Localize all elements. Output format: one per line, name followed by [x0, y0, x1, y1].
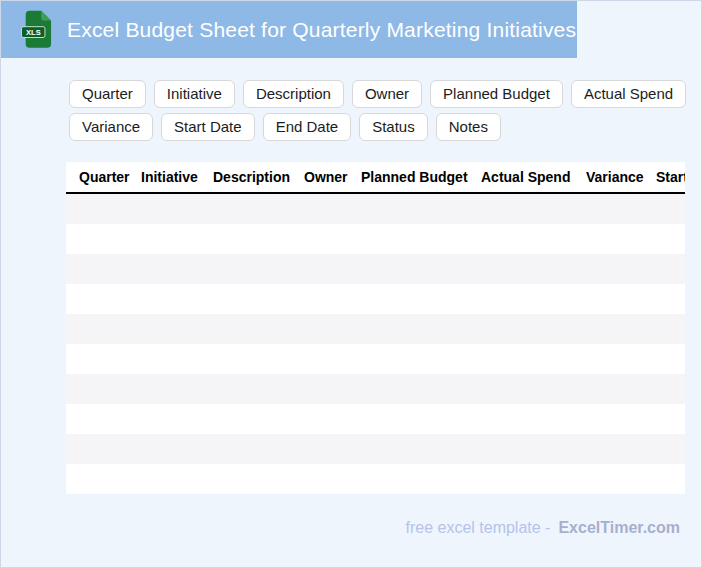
- footer-text: free excel template -: [405, 519, 550, 536]
- spreadsheet-preview: Quarter Initiative Description Owner Pla…: [66, 162, 685, 494]
- chip-row-2: Variance Start Date End Date Status Note…: [69, 113, 686, 141]
- chip-initiative[interactable]: Initiative: [154, 80, 235, 108]
- chip-variance[interactable]: Variance: [69, 113, 153, 141]
- table-row: [66, 284, 685, 314]
- page-title: Excel Budget Sheet for Quarterly Marketi…: [67, 18, 576, 42]
- table-row: [66, 464, 685, 494]
- table-row: [66, 224, 685, 254]
- chip-actual-spend[interactable]: Actual Spend: [571, 80, 686, 108]
- table-row: [66, 314, 685, 344]
- chip-planned-budget[interactable]: Planned Budget: [430, 80, 563, 108]
- column-chips: Quarter Initiative Description Owner Pla…: [69, 80, 686, 141]
- chip-row-1: Quarter Initiative Description Owner Pla…: [69, 80, 686, 108]
- col-header-planned-budget: Planned Budget: [361, 169, 481, 185]
- chip-start-date[interactable]: Start Date: [161, 113, 255, 141]
- table-row: [66, 434, 685, 464]
- col-header-start-date: Start Date: [656, 169, 685, 185]
- title-bar: XLS Excel Budget Sheet for Quarterly Mar…: [1, 1, 577, 58]
- chip-description[interactable]: Description: [243, 80, 344, 108]
- table-row: [66, 374, 685, 404]
- xls-icon-label: XLS: [26, 28, 41, 37]
- col-header-actual-spend: Actual Spend: [481, 169, 586, 185]
- xls-file-icon: XLS: [21, 10, 52, 49]
- col-header-description: Description: [213, 169, 304, 185]
- chip-notes[interactable]: Notes: [436, 113, 501, 141]
- table-row: [66, 344, 685, 374]
- table-row: [66, 254, 685, 284]
- col-header-quarter: Quarter: [79, 169, 141, 185]
- chip-end-date[interactable]: End Date: [263, 113, 352, 141]
- table-row: [66, 404, 685, 434]
- chip-status[interactable]: Status: [359, 113, 428, 141]
- footer-brand-link[interactable]: ExcelTimer.com: [558, 519, 680, 536]
- chip-owner[interactable]: Owner: [352, 80, 422, 108]
- table-row: [66, 194, 685, 224]
- col-header-initiative: Initiative: [141, 169, 213, 185]
- page: XLS Excel Budget Sheet for Quarterly Mar…: [0, 0, 702, 568]
- table-body: [66, 194, 685, 494]
- footer: free excel template -ExcelTimer.com: [405, 519, 680, 537]
- col-header-owner: Owner: [304, 169, 361, 185]
- col-header-variance: Variance: [586, 169, 656, 185]
- chip-quarter[interactable]: Quarter: [69, 80, 146, 108]
- table-header-row: Quarter Initiative Description Owner Pla…: [66, 162, 685, 194]
